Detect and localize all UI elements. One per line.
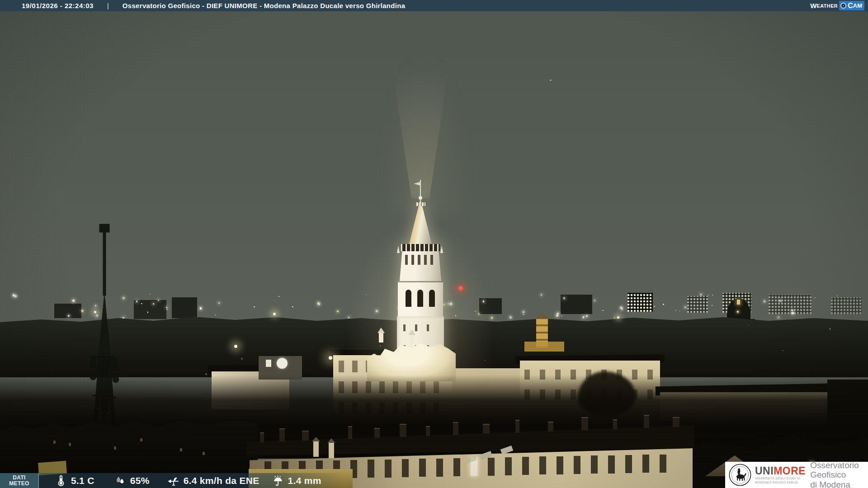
dark-window	[660, 455, 666, 473]
chimney	[644, 415, 649, 428]
lit-apartment-block	[627, 293, 653, 312]
distant-building	[172, 297, 197, 318]
webcam-frame: 19/01/2026 - 22:24:03 | Osservatorio Geo…	[0, 0, 868, 488]
city-light	[583, 316, 585, 318]
dim-window	[114, 446, 116, 450]
city-light	[278, 296, 279, 297]
dim-window	[69, 443, 71, 446]
dim-window	[53, 441, 56, 444]
unimore-wordmark: UNIMORE UNIVERSITÀ DEGLI STUDI DI MODENA…	[755, 465, 806, 484]
chimney	[453, 422, 458, 435]
observatory-name: Osservatorio Geofisico di Modena	[810, 460, 868, 488]
street-lamp-light	[329, 356, 332, 360]
chimney	[348, 426, 352, 439]
city-light	[792, 312, 793, 314]
satellite-dish	[277, 358, 288, 369]
meteo-data-bar: DATI METEO 5.1 C 65%	[0, 473, 344, 488]
duomo-spirelet	[410, 334, 414, 344]
city-light	[218, 302, 220, 304]
thermometer-icon	[55, 475, 67, 487]
meteo-label: DATI METEO	[0, 473, 39, 488]
webcam-title: Osservatorio Geofisico - DIEF UNIMORE - …	[123, 2, 406, 9]
dark-window	[453, 458, 460, 476]
city-light	[561, 315, 562, 316]
humidity-reading: 65%	[114, 475, 150, 487]
weathercam-logo: WEATHER CAM	[810, 0, 864, 11]
chimney	[400, 424, 406, 437]
meteo-label-line1: DATI	[13, 475, 26, 481]
lit-apartment-block	[831, 297, 862, 314]
dark-window	[642, 455, 649, 473]
chimney	[613, 419, 617, 429]
camera-lens-icon	[840, 3, 846, 9]
dark-window	[591, 455, 598, 474]
city-light	[14, 295, 17, 297]
dark-window	[505, 457, 512, 475]
unimore-subtitle-line2: MODENA E REGGIO EMILIA	[755, 481, 806, 484]
sky-speck	[550, 80, 552, 81]
city-light	[621, 308, 623, 310]
city-light	[317, 302, 319, 304]
lit-apartment-block	[769, 295, 811, 314]
dark-window	[402, 459, 409, 477]
dark-window	[539, 456, 546, 474]
city-light	[509, 316, 512, 319]
dark-window	[608, 455, 615, 474]
dark-window	[522, 457, 529, 475]
city-light	[634, 298, 635, 299]
city-light	[166, 309, 168, 310]
observatory-line2: di Modena	[810, 480, 868, 488]
street-lamp-light	[234, 345, 237, 348]
city-light-dim	[241, 358, 243, 360]
cam-logo-text: C	[848, 2, 853, 10]
city-light	[737, 311, 739, 313]
dark-window	[368, 460, 374, 478]
city-light-dim	[782, 350, 783, 351]
street-lamp-light	[617, 316, 619, 319]
tower-bell-chamber	[398, 281, 443, 318]
wind-value: 6.4 km/h da ENE	[184, 475, 259, 486]
city-light	[815, 297, 816, 298]
street-lamp-light	[94, 311, 96, 313]
city-light	[594, 300, 595, 301]
chimney	[581, 417, 588, 430]
dim-window	[203, 452, 205, 455]
datetime-text: 19/01/2026 - 22:24:03	[22, 2, 94, 9]
dark-window	[385, 460, 392, 478]
city-light	[200, 307, 202, 309]
ornate-chimney	[313, 441, 319, 457]
temperature-reading: 5.1 C	[55, 475, 94, 487]
meteo-label-line2: METEO	[9, 481, 29, 487]
dim-window	[140, 438, 142, 441]
city-light	[158, 300, 159, 301]
wind-vane-icon	[168, 475, 179, 487]
dark-window	[574, 456, 580, 474]
chimney	[374, 428, 380, 438]
dark-window	[436, 459, 443, 477]
cam-logo-text2: AM	[853, 2, 862, 9]
distant-building	[561, 295, 592, 314]
chimney	[673, 417, 679, 427]
unimore-more-text: MORE	[774, 465, 806, 477]
weather-logo-text: W	[810, 2, 816, 9]
lit-window	[266, 360, 271, 367]
lit-apartment-block	[687, 296, 708, 313]
city-light	[654, 306, 655, 307]
rain-icon	[272, 475, 284, 487]
title-bar: 19/01/2026 - 22:24:03 | Osservatorio Geo…	[0, 0, 868, 11]
dim-window	[180, 448, 182, 451]
dark-window	[419, 459, 426, 477]
chimney	[483, 424, 490, 434]
chimney	[302, 431, 309, 441]
unimore-seal-icon	[729, 464, 751, 486]
dome-lantern-light	[737, 300, 740, 305]
city-light	[700, 294, 702, 295]
unimore-logo-box: UNIMORE UNIVERSITÀ DEGLI STUDI DI MODENA…	[725, 462, 868, 488]
yellow-lit-house	[524, 342, 564, 352]
chimney	[426, 426, 430, 436]
humidity-icon	[114, 475, 126, 487]
observatory-line1: Osservatorio Geofisico	[810, 460, 868, 480]
city-light	[779, 300, 781, 302]
chimney	[260, 432, 264, 442]
city-light	[141, 303, 142, 304]
